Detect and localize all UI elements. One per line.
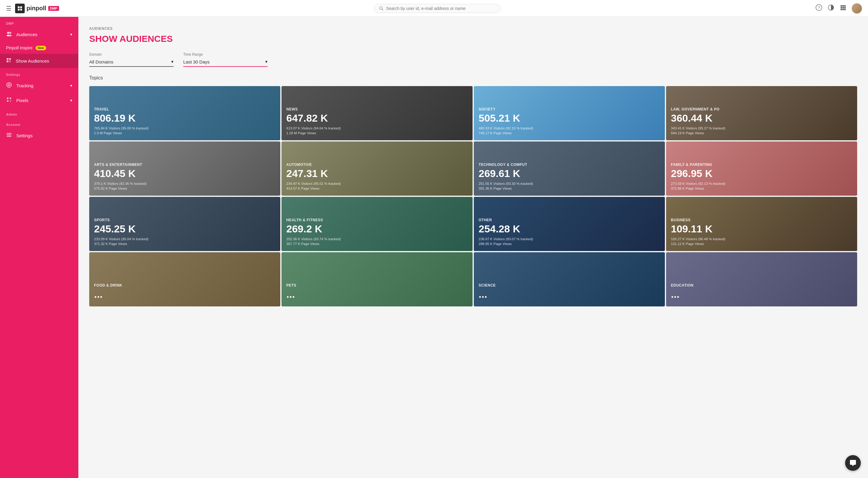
show-audiences-icon [6,58,11,64]
svg-rect-11 [844,5,846,7]
topic-card-content: NEWS647.82 K613.07 K Visitors (94.64 % t… [281,86,472,140]
svg-point-18 [7,32,9,34]
account-settings-label: Settings [16,133,33,138]
svg-rect-30 [10,98,11,99]
sidebar: DMP Audiences ▾ Pinpoll Inspire New [0,17,79,478]
topic-card-content: LAW, GOVERNMENT & PO360.44 K343.41 K Vis… [666,86,857,140]
topic-card-content: TRAVEL806.19 K765.84 K Visitors (95.00 %… [89,86,280,140]
topic-name: SCIENCE [478,283,660,287]
topic-card[interactable]: EDUCATION... [666,252,857,306]
topic-card-content: OTHER254.28 K236.67 K Visitors (93.07 % … [474,197,665,251]
svg-rect-15 [841,9,842,10]
topnav-right: ? [815,3,862,13]
topic-card[interactable]: FOOD & DRINK... [89,252,280,306]
topic-card[interactable]: SPORTS245.25 K233.09 K Visitors (95.04 %… [89,197,280,251]
topic-name: EDUCATION [671,283,852,287]
topics-label: Topics [89,75,857,81]
topic-name: TRAVEL [94,107,276,111]
svg-text:?: ? [818,5,820,10]
pixels-label: Pixels [16,98,28,103]
chevron-down-icon: ▾ [171,59,174,64]
topic-value: 505.21 K [478,112,660,124]
topic-stat: 379.1 K Visitors (92.36 % tracked)575.52… [94,181,276,191]
topic-card[interactable]: PETS... [281,252,472,306]
chevron-down-icon: ▾ [70,83,72,88]
topic-card[interactable]: SCIENCE... [474,252,665,306]
topic-value: 269.61 K [478,168,660,179]
show-audiences-label: Show Audiences [16,58,49,64]
topic-card-content: FOOD & DRINK... [89,252,280,306]
help-icon[interactable]: ? [815,4,822,12]
topic-value: 296.95 K [671,168,852,179]
svg-rect-31 [7,100,8,102]
topic-name: ARTS & ENTERTAINMENT [94,163,276,167]
sidebar-item-pixels[interactable]: Pixels ▾ [0,93,79,108]
topic-value: ... [94,289,276,300]
topic-name: BUSINESS [671,218,852,222]
topic-card-content: HEALTH & FITNESS269.2 K252.36 K Visitors… [281,197,472,251]
topic-card[interactable]: LAW, GOVERNMENT & PO360.44 K343.41 K Vis… [666,86,857,140]
sidebar-item-account-settings[interactable]: Settings [0,128,79,143]
topic-value: 245.25 K [94,224,276,235]
topics-grid: TRAVEL806.19 K765.84 K Visitors (95.00 %… [89,86,857,306]
topic-stat: 236.67 K Visitors (93.07 % tracked)288.8… [478,237,660,246]
sidebar-item-tracking[interactable]: Tracking ▾ [0,78,79,93]
svg-rect-16 [842,9,844,10]
topic-card-content: SOCIETY505.21 K465.53 K Visitors (92.15 … [474,86,665,140]
svg-rect-24 [7,61,8,62]
chat-button[interactable] [845,455,861,471]
topic-card-content: SCIENCE... [474,252,665,306]
topic-stat: 613.07 K Visitors (94.64 % tracked)1.28 … [286,126,468,135]
svg-rect-14 [844,7,846,8]
topic-value: 360.44 K [671,112,852,124]
search-wrap[interactable] [374,4,501,13]
topic-stat: 273.59 K Visitors (92.13 % tracked)372.8… [671,181,852,191]
topic-name: NEWS [286,107,468,111]
topic-card[interactable]: NEWS647.82 K613.07 K Visitors (94.64 % t… [281,86,472,140]
topic-card[interactable]: TRAVEL806.19 K765.84 K Visitors (95.00 %… [89,86,280,140]
pinpoll-inspire-label: Pinpoll Inspire [6,45,33,50]
svg-point-19 [9,32,11,34]
topic-card[interactable]: AUTOMOTIVE247.31 K234.97 K Visitors (95.… [281,141,472,196]
domain-select[interactable]: All Domains ▾ [89,58,174,67]
svg-rect-25 [9,61,11,62]
chevron-down-icon: ▾ [70,32,72,37]
search-input[interactable] [386,6,495,11]
sidebar-item-audiences[interactable]: Audiences ▾ [0,27,79,42]
svg-rect-34 [7,135,11,135]
topic-card[interactable]: HEALTH & FITNESS269.2 K252.36 K Visitors… [281,197,472,251]
topic-card[interactable]: SOCIETY505.21 K465.53 K Visitors (92.15 … [474,86,665,140]
svg-rect-2 [18,9,20,10]
theme-icon[interactable] [828,4,834,12]
topnav: ☰ pinpoll DMP [0,0,868,17]
topic-value: 247.31 K [286,168,468,179]
topic-card[interactable]: ARTS & ENTERTAINMENT410.45 K379.1 K Visi… [89,141,280,196]
avatar[interactable] [852,3,862,13]
logo-icon [15,4,25,13]
svg-rect-1 [20,6,22,8]
dmp-badge: DMP [48,6,59,11]
time-select[interactable]: Last 30 Days ▾ [183,58,268,67]
topic-card[interactable]: BUSINESS109.11 K105.27 K Visitors (96.48… [666,197,857,251]
svg-rect-9 [841,5,842,7]
time-label: Time Range [183,53,268,57]
topic-name: HEALTH & FITNESS [286,218,468,222]
svg-rect-17 [844,9,846,10]
search-icon [379,6,384,11]
page-title: SHOW AUDIENCES [89,34,857,44]
pixels-icon [6,97,12,104]
filters-row: Domain All Domains ▾ Time Range Last 30 … [89,53,857,67]
apps-icon[interactable] [840,4,846,12]
topic-card-content: FAMILY & PARENTING296.95 K273.59 K Visit… [666,141,857,196]
topic-card[interactable]: TECHNOLOGY & COMPUT269.61 K251.55 K Visi… [474,141,665,196]
topic-card[interactable]: OTHER254.28 K236.67 K Visitors (93.07 % … [474,197,665,251]
topic-card-content: ARTS & ENTERTAINMENT410.45 K379.1 K Visi… [89,141,280,196]
sidebar-item-show-audiences[interactable]: Show Audiences [0,54,79,68]
topic-card[interactable]: FAMILY & PARENTING296.95 K273.59 K Visit… [666,141,857,196]
breadcrumb: AUDIENCES [89,27,857,31]
topic-card-content: EDUCATION... [666,252,857,306]
topic-stat: 105.27 K Visitors (96.48 % tracked)131.1… [671,237,852,246]
hamburger-icon[interactable]: ☰ [6,5,11,12]
topic-stat: 252.36 K Visitors (93.74 % tracked)367.7… [286,237,468,246]
chevron-down-icon: ▾ [70,98,72,103]
